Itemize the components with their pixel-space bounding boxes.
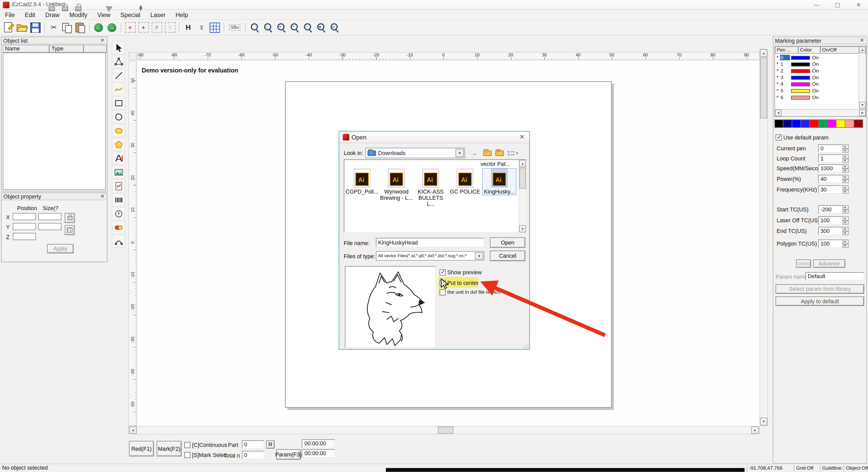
grid-position-button[interactable] (65, 225, 74, 235)
checkbox-checked-icon[interactable] (439, 280, 446, 286)
position-z-input[interactable] (13, 233, 36, 240)
position-y-input[interactable] (13, 223, 36, 230)
paste-icon[interactable] (73, 21, 87, 34)
laser-off-tc-input[interactable]: 100 (818, 216, 843, 225)
open-file-icon[interactable] (16, 21, 29, 34)
palette-swatch[interactable] (775, 120, 783, 128)
cancel-button[interactable]: Cancel (490, 250, 525, 261)
start-tc-input[interactable]: -200 (818, 205, 843, 213)
pen-row[interactable]: *1On (775, 61, 859, 68)
size-x-input[interactable] (38, 213, 62, 220)
back-icon[interactable]: ← (92, 21, 105, 34)
hatch-icon[interactable]: H (182, 21, 195, 34)
put-to-center-checkbox[interactable]: Put to center (439, 279, 478, 286)
transform-move-icon[interactable] (124, 21, 137, 34)
menu-view[interactable]: View (92, 11, 116, 18)
spinner[interactable] (843, 240, 849, 248)
circle-tool-icon[interactable] (112, 110, 125, 123)
checkbox-icon[interactable] (184, 442, 191, 448)
file-item-selected[interactable]: KingHusky... (483, 169, 516, 195)
mark-f2-button[interactable]: Mark(F2) (157, 441, 182, 457)
param-f3-button[interactable]: Param(F3) (276, 449, 301, 460)
spinner[interactable] (843, 144, 849, 153)
barcode-tool-icon[interactable] (112, 193, 125, 206)
trim-icon[interactable]: ✂ (195, 21, 208, 34)
file-list[interactable]: vector Pat... CGPD_Poli... Wynwood Brewi… (344, 159, 526, 233)
horizontal-scrollbar[interactable] (128, 426, 760, 434)
copy-icon[interactable] (60, 21, 73, 34)
frequency-input[interactable]: 30 (818, 185, 843, 194)
new-folder-icon[interactable]: * (493, 148, 505, 159)
palette-swatch[interactable] (783, 120, 792, 128)
spinner[interactable] (843, 154, 849, 163)
views-icon[interactable]: ▼ (505, 148, 520, 159)
total-input[interactable]: 0 (242, 451, 264, 459)
file-item-partial[interactable]: vector Pat... (480, 161, 510, 167)
zoom-out-icon[interactable] (288, 21, 301, 34)
menu-modify[interactable]: Modify (64, 11, 92, 18)
mirror-vertical-icon[interactable] (134, 1, 148, 14)
scroll-down-icon[interactable] (519, 225, 526, 232)
pen-row[interactable]: *4On (775, 81, 859, 88)
spinner[interactable] (843, 175, 849, 183)
rectangle-tool-icon[interactable] (112, 96, 125, 109)
capsule-tool-icon[interactable] (112, 221, 125, 234)
red-f1-button[interactable]: Red(F1) (129, 441, 154, 457)
simulate-icon[interactable]: SBo (226, 21, 243, 34)
vector-file-tool-icon[interactable] (112, 179, 125, 193)
loop-count-input[interactable]: 1 (818, 154, 843, 163)
minimize-icon[interactable]: — (808, 0, 825, 9)
aspect-lock-button[interactable] (65, 213, 74, 223)
palette-swatch[interactable] (801, 120, 810, 128)
palette-swatch[interactable] (819, 120, 828, 128)
part-input[interactable]: 0 (242, 440, 264, 449)
transform-array-icon[interactable] (150, 21, 163, 34)
onoff-column-header[interactable]: On/Off (820, 46, 859, 54)
table-icon[interactable] (208, 21, 221, 34)
apply-to-default-button[interactable]: Apply to default (776, 297, 864, 306)
zoom-window-icon[interactable] (248, 21, 261, 34)
line-tool-icon[interactable] (112, 69, 125, 82)
spinner[interactable] (843, 205, 849, 213)
palette-swatch[interactable] (828, 120, 836, 128)
pen-row[interactable]: *3On (775, 74, 859, 81)
vertical-scroll-thumb[interactable] (760, 58, 767, 118)
chevron-down-icon[interactable] (456, 149, 464, 157)
resize-grip[interactable] (522, 342, 529, 348)
apply-button[interactable]: Apply (47, 244, 74, 253)
menu-laser[interactable]: Laser (145, 11, 170, 18)
mark-selected-checkbox[interactable]: [S]Mark Selec (184, 451, 226, 458)
select-param-library-button[interactable]: Select param from library (776, 284, 864, 294)
cut-icon[interactable]: ✂ (47, 21, 60, 34)
palette-swatch[interactable] (836, 120, 845, 128)
r-button[interactable]: R (266, 440, 275, 449)
transform-grid-icon[interactable] (163, 21, 177, 34)
zoom-page-icon[interactable] (328, 21, 341, 34)
curve-tool-icon[interactable] (112, 82, 125, 96)
chevron-down-icon[interactable] (475, 252, 483, 260)
close-icon[interactable]: ✕ (99, 193, 106, 200)
scroll-left-icon[interactable] (129, 427, 137, 434)
use-default-param-checkbox[interactable]: Use default param (776, 133, 829, 140)
checkbox-icon[interactable] (184, 452, 191, 458)
end-tc-input[interactable]: 300 (818, 227, 843, 235)
files-of-type-combo[interactable]: All vector Files(*.ai;*.plt;*.dxf;*.dst;… (376, 251, 485, 261)
power-input[interactable]: 40 (818, 175, 843, 183)
file-item[interactable]: CGPD_Poli... (345, 169, 379, 195)
column-header-type[interactable]: Type (49, 45, 84, 53)
pen-table-scrollbar[interactable] (859, 46, 866, 108)
palette-swatch[interactable] (792, 120, 801, 128)
column-header-name[interactable]: Name (3, 45, 50, 53)
close-icon[interactable]: ✕ (859, 37, 865, 44)
select-tool-icon[interactable] (112, 41, 125, 54)
close-icon[interactable]: ✕ (850, 0, 867, 9)
pen-row[interactable]: *6On (775, 94, 859, 101)
open-button[interactable]: Open (490, 237, 525, 248)
dialog-title-bar[interactable]: Open ✕ (339, 132, 529, 143)
spinner[interactable] (843, 164, 849, 173)
param-chain-button[interactable]: OOOO (796, 260, 811, 268)
scroll-up-icon[interactable] (760, 49, 767, 57)
scroll-down-icon[interactable] (760, 418, 767, 426)
pen-table-hscrollbar[interactable] (775, 109, 866, 116)
param-name-input[interactable]: Default (805, 272, 864, 280)
